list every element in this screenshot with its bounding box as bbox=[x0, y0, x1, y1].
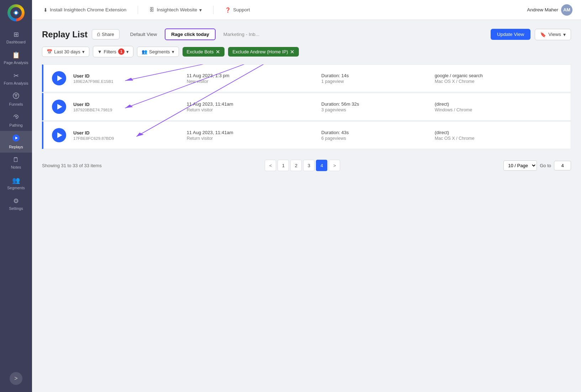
svg-point-1 bbox=[15, 11, 17, 14]
replay-visitor-type: New visitor bbox=[187, 79, 314, 84]
page-4-button[interactable]: 4 bbox=[316, 160, 327, 171]
sidebar-item-label: Dashboard bbox=[6, 40, 26, 44]
avatar: AM bbox=[561, 4, 572, 16]
replay-row[interactable]: User ID 189E2A7F98E.E15B1 11 Aug 2023, 1… bbox=[42, 64, 571, 92]
tab-marketing[interactable]: Marketing - Inb... bbox=[217, 28, 266, 40]
sidebar-item-label: Form Analysis bbox=[4, 81, 28, 85]
replay-visitor-type: Return visitor bbox=[187, 136, 314, 141]
form-analysis-icon: ✂ bbox=[14, 72, 19, 80]
replay-stats: Duration: 56m 32s 3 pageviews bbox=[321, 101, 428, 112]
page-analysis-icon: 📋 bbox=[12, 51, 20, 59]
page-1-button[interactable]: 1 bbox=[278, 160, 289, 171]
replay-stats: Duration: 43s 6 pageviews bbox=[321, 130, 428, 141]
replay-origin: (direct) bbox=[435, 130, 562, 135]
sidebar-item-form-analysis[interactable]: ✂ Form Analysis bbox=[0, 68, 32, 89]
support-link[interactable]: ❓ Support bbox=[222, 0, 253, 20]
replay-meta: 11 Aug 2023, 1:3 pm New visitor bbox=[187, 73, 314, 84]
install-extension-link[interactable]: ⬇ Install Insightech Chrome Extension bbox=[41, 0, 129, 20]
sidebar-item-pathing[interactable]: Pathing bbox=[0, 110, 32, 131]
replay-origin: (direct) bbox=[435, 101, 562, 107]
prev-page-button[interactable]: < bbox=[265, 160, 276, 171]
replay-user-id: 189E2A7F98E.E15B1 bbox=[73, 79, 180, 84]
replay-duration: Duration: 14s bbox=[321, 73, 428, 78]
sidebar-item-funnels[interactable]: Funnels bbox=[0, 89, 32, 110]
replay-meta: 11 Aug 2023, 11:41am Return visitor bbox=[187, 130, 314, 141]
replay-row[interactable]: User ID 187920BBE74.79819 11 Aug 2023, 1… bbox=[42, 93, 571, 121]
replay-user-label: User ID bbox=[73, 102, 180, 107]
replay-row[interactable]: User ID 17FBE8FC629.87BD9 11 Aug 2023, 1… bbox=[42, 121, 571, 149]
remove-andrew-filter-button[interactable]: ✕ bbox=[290, 49, 295, 54]
question-icon: ❓ bbox=[225, 7, 231, 13]
sidebar-item-settings[interactable]: ⚙ Settings bbox=[0, 194, 32, 214]
sidebar-item-page-analysis[interactable]: 📋 Page Analysis bbox=[0, 48, 32, 68]
bookmark-icon: 🔖 bbox=[540, 32, 546, 37]
next-page-button[interactable]: > bbox=[329, 160, 340, 171]
calendar-icon: 📅 bbox=[47, 49, 52, 54]
main-wrapper: ⬇ Install Insightech Chrome Extension 🗄 … bbox=[32, 0, 581, 392]
nav-divider bbox=[138, 6, 138, 14]
replay-origin: google / organic search bbox=[435, 73, 562, 78]
replay-user-label: User ID bbox=[73, 73, 180, 79]
filter-icon: ▼ bbox=[97, 49, 102, 54]
database-icon: 🗄 bbox=[149, 7, 154, 12]
play-button[interactable] bbox=[52, 100, 66, 114]
settings-icon: ⚙ bbox=[13, 197, 19, 205]
replay-date: 11 Aug 2023, 11:41am bbox=[187, 101, 314, 107]
sidebar-item-label: Pathing bbox=[9, 123, 22, 127]
pagination-bar: Showing 31 to 33 of 33 items < 1 2 3 4 >… bbox=[42, 160, 571, 171]
replay-info: User ID 17FBE8FC629.87BD9 bbox=[73, 130, 180, 141]
share-button[interactable]: ⎙ Share bbox=[92, 29, 120, 39]
date-filter-button[interactable]: 📅 Last 30 days ▾ bbox=[42, 47, 89, 57]
sidebar: ⊞ Dashboard 📋 Page Analysis ✂ Form Analy… bbox=[0, 0, 32, 392]
tab-rage-click[interactable]: Rage click today bbox=[165, 28, 216, 40]
replay-os: Mac OS X / Chrome bbox=[435, 79, 562, 84]
replay-date: 11 Aug 2023, 1:3 pm bbox=[187, 73, 314, 78]
update-view-button[interactable]: Update View bbox=[491, 29, 530, 40]
user-menu[interactable]: Andrew Maher AM bbox=[527, 4, 572, 16]
page-size-select[interactable]: 10 / Page25 / Page50 / Page bbox=[503, 160, 537, 171]
sidebar-item-label: Funnels bbox=[9, 102, 23, 106]
replay-visitor-type: Return visitor bbox=[187, 107, 314, 112]
views-button[interactable]: 🔖 Views ▾ bbox=[535, 29, 571, 40]
replay-pageviews: 6 pageviews bbox=[321, 136, 428, 141]
dashboard-icon: ⊞ bbox=[14, 31, 19, 38]
view-tabs: Default View Rage click today Marketing … bbox=[124, 28, 486, 40]
segments-button[interactable]: 👥 Segments ▾ bbox=[137, 47, 179, 57]
filter-bar: 📅 Last 30 days ▾ ▼ Filters 1 ▾ 👥 Segment… bbox=[42, 46, 571, 57]
chevron-down-icon-date: ▾ bbox=[82, 49, 85, 54]
app-logo bbox=[7, 4, 25, 21]
segments-filter-icon: 👥 bbox=[142, 49, 147, 54]
replays-icon bbox=[12, 134, 20, 143]
play-button[interactable] bbox=[52, 71, 66, 85]
chevron-down-icon-views: ▾ bbox=[563, 32, 566, 37]
sidebar-item-replays[interactable]: Replays bbox=[0, 131, 32, 153]
filter-chip-andrew: Exclude Andrew (Home IP) ✕ bbox=[228, 47, 299, 57]
remove-bots-filter-button[interactable]: ✕ bbox=[216, 49, 220, 54]
tab-default-view[interactable]: Default View bbox=[124, 28, 164, 40]
replay-list: User ID 189E2A7F98E.E15B1 11 Aug 2023, 1… bbox=[42, 64, 571, 150]
replay-user-id: 17FBE8FC629.87BD9 bbox=[73, 136, 180, 141]
pathing-icon bbox=[13, 113, 19, 122]
page-content: Replay List ⎙ Share Default View Rage cl… bbox=[32, 20, 581, 392]
sidebar-item-dashboard[interactable]: ⊞ Dashboard bbox=[0, 27, 32, 48]
play-button[interactable] bbox=[52, 128, 66, 142]
sidebar-expand-button[interactable]: > bbox=[10, 372, 22, 385]
sidebar-item-notes[interactable]: 🗒 Notes bbox=[0, 153, 32, 173]
topnav: ⬇ Install Insightech Chrome Extension 🗄 … bbox=[32, 0, 581, 20]
page-2-button[interactable]: 2 bbox=[290, 160, 302, 171]
nav-divider-2 bbox=[213, 6, 213, 14]
chevron-down-icon-segments: ▾ bbox=[172, 49, 174, 54]
goto-input[interactable] bbox=[554, 161, 571, 170]
replay-date: 11 Aug 2023, 11:41am bbox=[187, 130, 314, 135]
share-icon: ⎙ bbox=[97, 32, 100, 37]
sidebar-item-segments[interactable]: 👥 Segments bbox=[0, 173, 32, 194]
replay-source: (direct) Windows / Chrome bbox=[435, 101, 562, 112]
replay-info: User ID 187920BBE74.79819 bbox=[73, 102, 180, 112]
replay-stats: Duration: 14s 1 pageview bbox=[321, 73, 428, 84]
filters-button[interactable]: ▼ Filters 1 ▾ bbox=[93, 46, 133, 57]
sidebar-item-label: Settings bbox=[9, 206, 23, 211]
page-3-button[interactable]: 3 bbox=[303, 160, 315, 171]
website-link[interactable]: 🗄 Insightech Website ▾ bbox=[147, 0, 205, 20]
replay-duration: Duration: 43s bbox=[321, 130, 428, 135]
svg-point-3 bbox=[15, 116, 17, 117]
